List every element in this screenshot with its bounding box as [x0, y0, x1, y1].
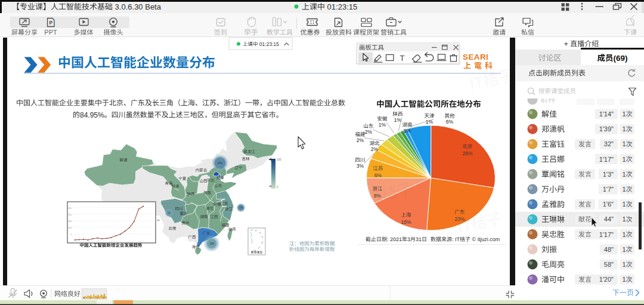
svg-text:241: 241: [218, 161, 223, 165]
svg-text:+: +: [564, 40, 570, 48]
svg-text:1'20": 1'20": [599, 276, 614, 283]
svg-text:1: 1: [622, 231, 626, 238]
svg-text:500: 500: [68, 227, 72, 229]
svg-text:1%: 1%: [379, 122, 386, 128]
svg-text:2%: 2%: [357, 137, 364, 143]
svg-text:3%: 3%: [357, 163, 364, 169]
svg-text:1'3": 1'3": [603, 171, 614, 178]
svg-text:(69): (69): [614, 54, 628, 63]
svg-text:PPT: PPT: [44, 29, 57, 36]
svg-text:SEARI: SEARI: [463, 53, 488, 61]
svg-text:1: 1: [622, 276, 626, 283]
svg-text:1: 1: [622, 261, 626, 268]
svg-text:T: T: [400, 54, 405, 63]
svg-text:3: 3: [407, 236, 410, 242]
svg-text:1: 1: [622, 110, 626, 118]
svg-text:3.0.6.30 Beta: 3.0.6.30 Beta: [113, 2, 162, 11]
svg-text:01:23:15: 01:23:15: [325, 2, 357, 11]
svg-text:0: 0: [70, 233, 72, 236]
svg-text:1'14": 1'14": [599, 110, 614, 118]
svg-text:1%: 1%: [394, 117, 402, 123]
svg-text:116: 116: [239, 207, 243, 209]
svg-text:1: 1: [622, 201, 626, 208]
svg-text:1: 1: [622, 125, 626, 133]
svg-text:98: 98: [168, 212, 171, 214]
svg-text:1: 1: [622, 215, 626, 223]
svg-text:100: 100: [277, 158, 281, 161]
svg-text:1: 1: [622, 171, 626, 178]
svg-text:1'7": 1'7": [603, 186, 614, 193]
svg-text:1: 1: [622, 246, 626, 253]
svg-text:1'17": 1'17": [599, 156, 614, 163]
svg-text:1000: 1000: [67, 220, 72, 223]
svg-text:44": 44": [604, 215, 614, 223]
svg-text:1: 1: [622, 140, 626, 147]
svg-text:: IT: : IT: [452, 236, 460, 242]
svg-text:28%: 28%: [462, 150, 472, 156]
svg-text:: 2021: : 2021: [387, 236, 402, 242]
svg-text:1'6": 1'6": [603, 201, 614, 208]
svg-text:48": 48": [604, 246, 614, 253]
svg-text:2000: 2000: [67, 207, 72, 210]
svg-text:31: 31: [416, 236, 422, 242]
svg-text:2%: 2%: [365, 129, 373, 135]
svg-text:6%: 6%: [446, 119, 454, 125]
svg-text:1500: 1500: [67, 214, 72, 216]
svg-text:1: 1: [622, 156, 626, 163]
svg-text:01:23:15: 01:23:15: [258, 41, 280, 47]
svg-text:2%: 2%: [371, 146, 379, 152]
svg-text:16%: 16%: [401, 219, 411, 225]
svg-text:1'17": 1'17": [599, 231, 614, 238]
svg-text:P: P: [49, 20, 53, 26]
svg-text:156: 156: [209, 242, 214, 245]
svg-text:84.95%: 84.95%: [80, 111, 104, 119]
svg-text:© itjuzi.com: © itjuzi.com: [470, 236, 500, 242]
svg-text:6%: 6%: [374, 172, 382, 178]
svg-text:1'39": 1'39": [599, 125, 614, 133]
svg-text:58": 58": [604, 261, 614, 268]
svg-text:1: 1: [622, 186, 626, 193]
svg-text:32": 32": [604, 140, 614, 147]
